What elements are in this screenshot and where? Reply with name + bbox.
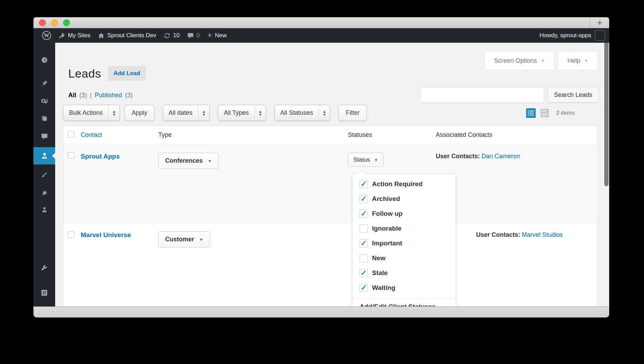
statuses-filter-value: All Statuses <box>275 105 319 121</box>
lead-link[interactable]: Sprout Apps <box>81 153 120 160</box>
status-option-label: Ignorable <box>372 225 402 232</box>
add-lead-button[interactable]: Add Lead <box>108 66 145 81</box>
select-arrows-icon: ▲▼ <box>198 105 209 121</box>
site-name-label: Sprout Clients Dev <box>107 32 156 39</box>
help-tab[interactable]: Help ▼ <box>559 52 597 70</box>
key-icon <box>59 32 65 39</box>
associated-contact-link[interactable]: Dan Cameron <box>481 153 520 160</box>
minimize-button[interactable] <box>51 19 58 26</box>
status-option-label: New <box>372 254 385 262</box>
search-leads-button[interactable]: Search Leads <box>547 87 599 103</box>
sidebar-item-sprout-clients-active[interactable] <box>33 147 55 164</box>
dates-filter-select[interactable]: All dates ▲▼ <box>163 105 210 121</box>
screen-options-tab[interactable]: Screen Options ▼ <box>485 52 554 70</box>
status-options-list: ✓ Action Required ✓ Archived ✓ Follow up… <box>353 174 455 295</box>
update-count: 10 <box>173 32 180 39</box>
sidebar-item-appearance[interactable] <box>33 166 55 183</box>
type-dropdown-button[interactable]: Customer ▼ <box>158 231 210 247</box>
row-checkbox[interactable] <box>68 152 74 159</box>
bulk-actions-value: Bulk Actions <box>63 105 108 121</box>
close-button[interactable] <box>39 19 46 26</box>
sidebar-item-dashboard[interactable] <box>33 52 55 68</box>
type-dropdown-button[interactable]: Conferences ▼ <box>158 153 219 169</box>
filter-separator: | <box>90 92 92 99</box>
contact-column-header[interactable]: Contact <box>81 131 102 138</box>
admin-content: Screen Options ▼ Help ▼ Leads Add Lead S… <box>55 43 609 306</box>
list-view-icon[interactable] <box>526 108 536 118</box>
my-sites-menu[interactable]: My Sites <box>55 28 94 43</box>
sidebar-item-posts[interactable] <box>33 75 55 91</box>
status-option[interactable]: ✓ Stale <box>353 265 455 280</box>
status-option[interactable]: ✓ Waiting <box>353 280 455 295</box>
status-option-checkbox-7[interactable]: ✓ <box>360 284 368 292</box>
status-option-checkbox-1[interactable]: ✓ <box>360 195 368 203</box>
admin-main: Screen Options ▼ Help ▼ Leads Add Lead S… <box>33 43 609 306</box>
add-edit-client-statuses-link[interactable]: Add/Edit Client Statuses <box>353 298 455 306</box>
sidebar-item-tools[interactable] <box>33 260 55 277</box>
comments-icon <box>41 133 48 140</box>
chevron-down-icon: ▼ <box>541 59 545 63</box>
window-titlebar[interactable]: + <box>33 17 609 28</box>
new-content-menu[interactable]: + New <box>203 28 230 43</box>
table-row: Marvel Universe Customer ▼ User Contacts… <box>63 223 597 304</box>
select-all-checkbox[interactable] <box>68 131 74 138</box>
dates-filter-value: All dates <box>163 105 198 121</box>
status-option[interactable]: ✓ Action Required <box>353 176 455 191</box>
wordpress-menu[interactable]: W <box>38 28 55 43</box>
user-icon <box>41 206 48 213</box>
status-option[interactable]: New <box>353 251 455 265</box>
howdy-label[interactable]: Howdy, sprout-apps <box>540 32 591 39</box>
vertical-scrollbar-thumb[interactable] <box>604 43 608 186</box>
sidebar-item-media[interactable] <box>33 93 55 110</box>
screen-meta-tabs: Screen Options ▼ Help ▼ <box>485 52 597 70</box>
updates-menu[interactable]: 10 <box>160 28 183 43</box>
user-contacts-label: User Contacts: <box>476 231 520 238</box>
user-avatar[interactable] <box>595 30 605 41</box>
status-option-label: Stale <box>372 269 388 277</box>
status-dropdown-button[interactable]: Status ▼ <box>348 153 383 167</box>
row-checkbox[interactable] <box>68 231 74 238</box>
statuses-filter-select[interactable]: All Statuses ▲▼ <box>274 105 330 121</box>
associated-contact-link[interactable]: Marvel Studios <box>522 231 563 238</box>
types-filter-select[interactable]: All Types ▲▼ <box>218 105 266 121</box>
sidebar-item-comments[interactable] <box>33 128 55 145</box>
sidebar-item-pages[interactable] <box>33 110 55 127</box>
status-option-checkbox-6[interactable]: ✓ <box>360 269 368 277</box>
window-bottom-bar <box>33 306 609 317</box>
bulk-actions-select[interactable]: Bulk Actions ▲▼ <box>63 105 120 121</box>
comments-menu[interactable]: 0 <box>183 28 203 43</box>
sidebar-item-plugins[interactable] <box>33 185 55 201</box>
status-option[interactable]: Ignorable <box>353 221 455 236</box>
sidebar-item-settings[interactable] <box>33 284 55 301</box>
traffic-lights <box>39 19 70 26</box>
browser-window: + W My Sites Sprout Clients Dev 10 0 + N… <box>33 17 609 317</box>
sidebar-item-users[interactable] <box>33 201 55 218</box>
status-option[interactable]: ✓ Follow up <box>353 206 455 221</box>
admin-sidebar <box>33 43 55 306</box>
site-name-menu[interactable]: Sprout Clients Dev <box>94 28 160 43</box>
user-contacts-label: User Contacts: <box>436 153 480 160</box>
search-input[interactable] <box>420 87 544 102</box>
select-arrows-icon: ▲▼ <box>254 105 266 121</box>
new-tab-button[interactable]: + <box>590 17 609 28</box>
status-option-checkbox-4[interactable]: ✓ <box>360 239 368 247</box>
items-count: 3 items <box>556 110 575 117</box>
status-option-checkbox-2[interactable]: ✓ <box>360 210 368 218</box>
screen-options-label: Screen Options <box>494 57 537 64</box>
filter-published-link[interactable]: Published <box>95 92 122 99</box>
status-option-label: Follow up <box>372 210 403 218</box>
plus-icon: + <box>207 31 212 39</box>
status-option-checkbox-5[interactable] <box>360 254 368 262</box>
filter-all-link[interactable]: All <box>68 92 76 99</box>
apply-button[interactable]: Apply <box>124 105 154 121</box>
status-option-checkbox-3[interactable] <box>360 224 368 233</box>
filter-button[interactable]: Filter <box>339 105 367 121</box>
plug-icon <box>41 190 48 197</box>
zoom-button[interactable] <box>63 19 70 26</box>
filter-all-count: (3) <box>79 92 87 99</box>
status-option[interactable]: ✓ Important <box>353 236 455 251</box>
lead-link[interactable]: Marvel Universe <box>81 231 131 239</box>
excerpt-view-icon[interactable] <box>540 108 550 118</box>
status-option-checkbox-0[interactable]: ✓ <box>360 180 368 188</box>
status-option[interactable]: ✓ Archived <box>353 191 455 206</box>
